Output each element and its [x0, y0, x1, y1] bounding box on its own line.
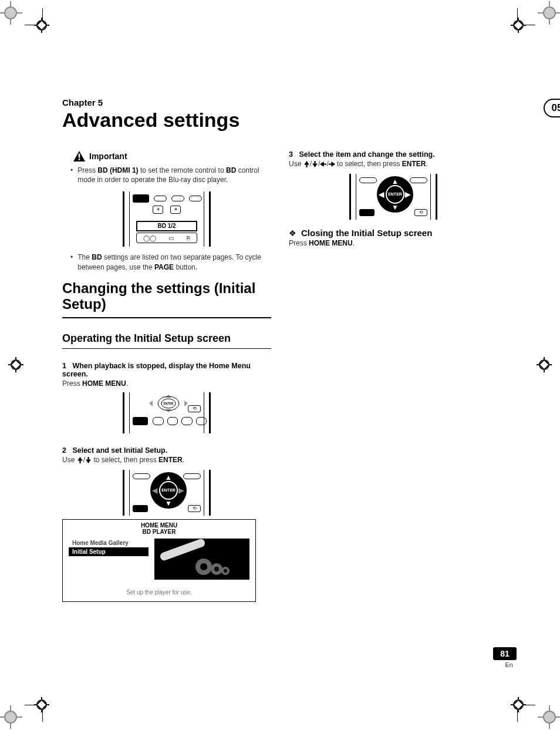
arrow-up-icon	[303, 161, 310, 167]
step-text: Use /// to select, then press ENTER.	[289, 160, 498, 168]
right-column: 3 Select the item and change the setting…	[289, 150, 498, 602]
step-heading: 2 Select and set Initial Setup.	[62, 446, 271, 455]
remote-illustration: ▲ ▼ ◀ ▶ ENTER ⟲	[123, 470, 211, 516]
arrow-up-icon: ▲	[392, 177, 399, 186]
enter-button-icon: ENTER	[159, 481, 178, 500]
screen-footer-text: Set up the player for use.	[63, 582, 255, 601]
bullet-text: Press BD (HDMI 1) to set the remote cont…	[77, 166, 271, 184]
step-text: Press HOME MENU.	[62, 379, 271, 388]
return-icon: ⟲	[414, 209, 427, 216]
step-text: Use / to select, then press ENTER.	[62, 456, 271, 464]
chapter-label: Chapter 5	[62, 97, 504, 107]
sub-heading: Closing the Initial Setup screen	[301, 228, 432, 238]
divider	[62, 348, 271, 349]
bullet-icon: •	[70, 166, 73, 184]
screen-title: HOME MENU	[63, 520, 255, 529]
menu-item: Home Media Gallery	[69, 539, 149, 547]
arrow-left-icon: ◀	[152, 486, 157, 494]
nav-pad-icon: ENTER	[147, 393, 190, 413]
remote-illustration: ☀☀ BD 1/2 ◯◯▭⎘	[123, 191, 211, 247]
trim-mark	[42, 710, 43, 722]
trim-mark	[524, 705, 535, 705]
arrow-right-icon	[329, 161, 335, 167]
wrench-icon	[159, 538, 206, 562]
page: 05 81 En Chapter 5 Advanced settings Imp…	[0, 0, 560, 730]
trim-mark	[517, 8, 518, 20]
arrow-down-icon	[85, 457, 92, 463]
svg-rect-1	[79, 159, 80, 160]
screen-menu: Home Media Gallery Initial Setup	[69, 539, 149, 580]
remote-bd-label: BD 1/2	[136, 221, 197, 231]
important-label: Important	[89, 152, 127, 161]
arrow-down-icon	[312, 161, 318, 167]
screen-subtitle: BD PLAYER	[63, 529, 255, 535]
arrow-right-icon: ▶	[178, 486, 184, 494]
trim-mark	[42, 8, 43, 20]
divider	[62, 317, 271, 318]
arrow-left-icon: ◀	[379, 190, 384, 199]
tv-screen-illustration: HOME MENU BD PLAYER Home Media Gallery I…	[62, 519, 256, 602]
arrow-up-icon: ▲	[165, 473, 172, 482]
remote-illustration: ENTER ⟲	[123, 392, 211, 433]
bullet-item: • Press BD (HDMI 1) to set the remote co…	[70, 166, 271, 184]
crop-mark-icon	[34, 18, 49, 33]
return-icon: ⟲	[188, 405, 201, 412]
content-area: Chapter 5 Advanced settings Important • …	[62, 97, 504, 602]
arrow-down-icon: ▼	[165, 499, 172, 507]
step-heading: 1 When playback is stopped, display the …	[62, 362, 271, 378]
trim-mark	[517, 710, 518, 722]
step-heading: 3 Select the item and change the setting…	[289, 150, 498, 159]
menu-item-selected: Initial Setup	[69, 547, 149, 556]
screen-preview-image	[154, 539, 249, 580]
crop-mark-icon	[537, 357, 552, 372]
bullet-item: • The BD settings are listed on two sepa…	[70, 253, 271, 271]
trim-mark	[25, 705, 36, 705]
remote-illustration: ▲ ▼ ◀ ▶ ENTER ⟲	[349, 174, 437, 220]
left-column: Important • Press BD (HDMI 1) to set the…	[62, 150, 271, 602]
arrow-up-icon	[77, 457, 83, 463]
crop-mark-icon	[8, 357, 23, 372]
subsection-heading: Operating the Initial Setup screen	[62, 332, 271, 345]
registration-mark-icon	[538, 705, 560, 729]
trim-mark	[524, 25, 535, 25]
trim-mark	[25, 25, 36, 25]
arrow-down-icon: ▼	[392, 203, 399, 211]
enter-button-icon: ENTER	[386, 185, 404, 204]
svg-rect-0	[79, 153, 80, 157]
chapter-title: Advanced settings	[62, 109, 504, 132]
registration-mark-icon	[0, 1, 22, 25]
page-language: En	[505, 661, 513, 668]
warning-icon	[73, 150, 86, 162]
registration-mark-icon	[0, 705, 22, 729]
section-heading: Changing the settings (Initial Setup)	[62, 280, 271, 312]
svg-text:ENTER: ENTER	[164, 402, 174, 405]
gear-icon	[195, 559, 212, 575]
page-number: 81	[493, 647, 517, 660]
arrow-left-icon	[320, 161, 326, 167]
gear-icon	[221, 567, 230, 575]
arrow-right-icon: ▶	[405, 190, 410, 199]
registration-mark-icon	[538, 1, 560, 25]
bullet-icon: •	[70, 253, 73, 271]
chapter-tab: 05	[544, 99, 560, 117]
body-text: Press HOME MENU.	[289, 239, 498, 247]
bullet-text: The BD settings are listed on two separa…	[77, 253, 271, 271]
return-icon: ⟲	[188, 505, 201, 512]
diamond-bullet-icon: ❖	[289, 228, 296, 238]
gear-icon	[211, 563, 222, 575]
crop-mark-icon	[511, 18, 526, 33]
